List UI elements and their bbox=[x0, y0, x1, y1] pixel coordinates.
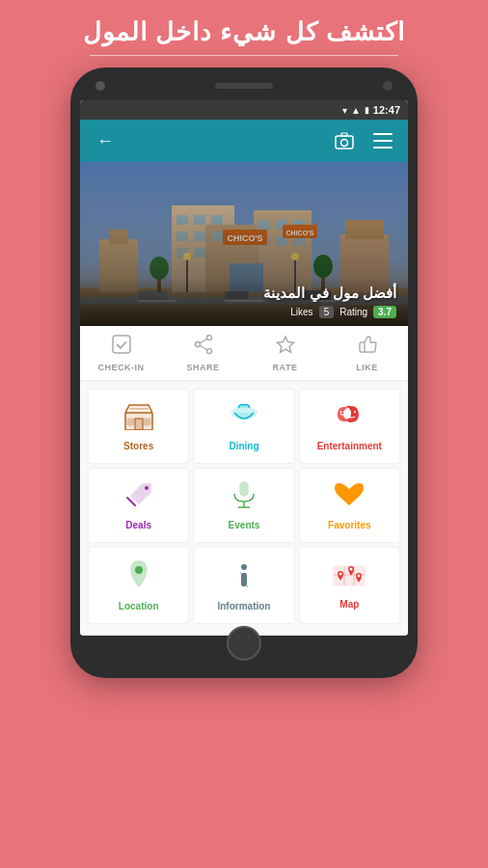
home-button[interactable] bbox=[227, 626, 261, 661]
stores-label: Stores bbox=[123, 441, 153, 451]
svg-rect-63 bbox=[129, 408, 149, 410]
svg-point-73 bbox=[135, 566, 143, 574]
checkin-label: CHECK-IN bbox=[98, 363, 145, 372]
wifi-icon: ▾ bbox=[342, 105, 347, 116]
checkin-icon bbox=[111, 334, 132, 360]
deals-label: Deals bbox=[125, 520, 151, 530]
checkin-action[interactable]: CHECK-IN bbox=[80, 334, 162, 372]
share-label: SHARE bbox=[186, 363, 219, 372]
back-button[interactable]: ← bbox=[92, 127, 119, 154]
status-bar: ▾ ▲ ▮ 12:47 bbox=[80, 100, 408, 120]
grid-row-2: Deals Events bbox=[88, 468, 400, 543]
action-bar: CHECK-IN SHARE bbox=[80, 326, 408, 381]
app-header: ← bbox=[80, 120, 408, 162]
stores-item[interactable]: Stores bbox=[88, 389, 189, 464]
page-heading: اكتشف كل شيء داخل المول bbox=[64, 0, 424, 55]
favorites-item[interactable]: Favorites bbox=[299, 468, 400, 543]
rating-label: Rating bbox=[339, 307, 367, 317]
entertainment-item[interactable]: Entertainment bbox=[299, 389, 400, 464]
svg-point-82 bbox=[358, 575, 361, 578]
svg-point-74 bbox=[241, 564, 247, 570]
svg-rect-3 bbox=[373, 133, 393, 135]
svg-line-54 bbox=[200, 339, 206, 343]
svg-rect-70 bbox=[240, 482, 248, 496]
svg-point-80 bbox=[339, 573, 342, 576]
svg-rect-61 bbox=[127, 419, 134, 425]
events-label: Events bbox=[229, 520, 260, 530]
like-icon bbox=[357, 334, 378, 360]
svg-point-53 bbox=[206, 349, 211, 354]
share-action[interactable]: SHARE bbox=[162, 334, 244, 372]
svg-point-67 bbox=[349, 411, 351, 413]
entertainment-icon bbox=[334, 401, 365, 437]
like-label: LIKE bbox=[356, 363, 378, 372]
svg-rect-50 bbox=[113, 336, 130, 353]
clock: 12:47 bbox=[373, 104, 400, 116]
hero-section: CHICO'S CHICO'S bbox=[80, 162, 408, 326]
rate-label: RATE bbox=[273, 363, 298, 372]
location-label: Location bbox=[119, 601, 159, 611]
dining-item[interactable]: Dining bbox=[193, 389, 294, 464]
rate-icon bbox=[275, 334, 296, 360]
favorites-icon bbox=[334, 480, 365, 516]
rating-badge: 3.7 bbox=[373, 306, 396, 318]
hero-meta: 3.7 Rating 5 Likes bbox=[92, 306, 396, 318]
battery-icon: ▮ bbox=[365, 105, 369, 115]
hero-overlay: أفضل مول في المدينة 3.7 Rating 5 Likes bbox=[80, 277, 408, 326]
menu-button[interactable] bbox=[369, 127, 396, 154]
svg-point-69 bbox=[145, 486, 149, 490]
deals-icon bbox=[123, 480, 154, 516]
location-item[interactable]: Location bbox=[88, 547, 189, 624]
dining-label: Dining bbox=[229, 441, 258, 451]
svg-point-66 bbox=[343, 411, 345, 413]
svg-point-68 bbox=[354, 411, 356, 413]
information-icon bbox=[230, 559, 258, 597]
phone-top bbox=[80, 81, 408, 100]
svg-line-55 bbox=[200, 345, 206, 350]
grid-row-3: Location Information bbox=[88, 547, 400, 624]
map-label: Map bbox=[339, 599, 359, 610]
events-item[interactable]: Events bbox=[193, 468, 294, 543]
entertainment-label: Entertainment bbox=[317, 441, 382, 451]
deals-item[interactable]: Deals bbox=[88, 468, 189, 543]
stores-icon bbox=[123, 401, 154, 437]
svg-rect-5 bbox=[373, 147, 393, 149]
grid-row-1: Stores Dining bbox=[88, 389, 400, 464]
like-action[interactable]: LIKE bbox=[326, 334, 408, 372]
dining-icon bbox=[229, 401, 259, 437]
svg-point-65 bbox=[340, 411, 342, 413]
speaker bbox=[215, 83, 273, 89]
svg-rect-59 bbox=[135, 419, 143, 430]
svg-rect-2 bbox=[341, 133, 347, 136]
svg-point-51 bbox=[206, 336, 211, 340]
events-icon bbox=[229, 480, 259, 516]
map-item[interactable]: Map bbox=[299, 547, 400, 624]
svg-point-1 bbox=[341, 140, 348, 147]
likes-badge: 5 bbox=[319, 306, 335, 318]
location-icon bbox=[125, 559, 152, 597]
front-camera bbox=[95, 81, 105, 91]
heading-divider bbox=[90, 55, 398, 56]
camera-button[interactable] bbox=[331, 127, 358, 154]
grid-section: Stores Dining bbox=[80, 381, 408, 636]
information-label: Information bbox=[217, 601, 270, 611]
sensor bbox=[383, 81, 393, 91]
share-icon bbox=[193, 334, 214, 360]
svg-rect-62 bbox=[144, 419, 150, 425]
svg-point-81 bbox=[350, 568, 353, 571]
rate-action[interactable]: RATE bbox=[244, 334, 326, 372]
status-icons: ▾ ▲ ▮ 12:47 bbox=[342, 104, 400, 116]
phone-frame: ▾ ▲ ▮ 12:47 ← bbox=[70, 68, 418, 678]
map-icon bbox=[333, 561, 366, 595]
svg-marker-56 bbox=[277, 337, 293, 352]
favorites-label: Favorites bbox=[328, 520, 370, 530]
signal-icon: ▲ bbox=[351, 105, 361, 116]
svg-rect-75 bbox=[241, 573, 247, 586]
hero-title: أفضل مول في المدينة bbox=[92, 285, 396, 302]
svg-point-52 bbox=[195, 342, 200, 347]
phone-screen: ▾ ▲ ▮ 12:47 ← bbox=[80, 100, 408, 636]
svg-rect-4 bbox=[373, 140, 393, 142]
information-item[interactable]: Information bbox=[193, 547, 294, 624]
likes-label: Likes bbox=[290, 307, 312, 317]
